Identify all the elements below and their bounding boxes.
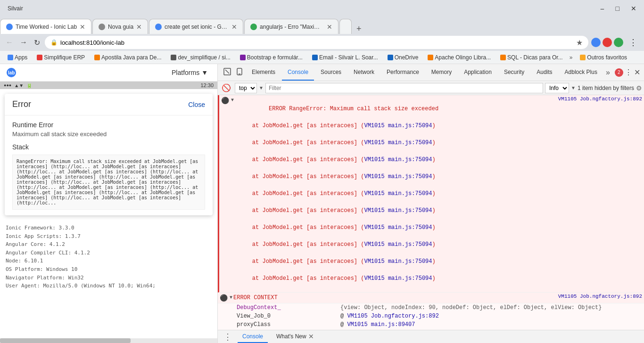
ext-icon-1[interactable] (591, 38, 601, 47)
devtools-device-button[interactable] (234, 66, 245, 79)
tab-close-2[interactable]: ✕ (136, 23, 142, 31)
extension-icons (591, 38, 623, 47)
viewjob-link[interactable]: VM1105 Job.ngfactory.js:892 (347, 313, 438, 319)
bottom-tab-console[interactable]: Console (238, 330, 268, 343)
bookmark-sql[interactable]: SQL - Dicas para Or... (496, 53, 567, 62)
device-info-line-5: Node: 6.10.1 (6, 257, 212, 265)
vm1015-link-4[interactable]: VM1015 main.js:75094 (364, 173, 432, 180)
minimize-button[interactable]: ‒ (596, 3, 608, 14)
stack-content[interactable]: RangeError: Maximum call stack size exce… (12, 155, 205, 210)
maximize-button[interactable]: □ (612, 3, 623, 14)
refresh-button[interactable]: ↻ (32, 37, 42, 48)
console-clear-button[interactable]: 🚫 (220, 82, 233, 93)
bookmark-dev[interactable]: dev_simplifique / si... (167, 53, 234, 62)
tab-5[interactable] (339, 19, 352, 34)
console-context-select[interactable]: top (235, 83, 257, 93)
back-button[interactable]: ← (4, 37, 15, 48)
tab-security[interactable]: Security (498, 64, 530, 81)
tab-memory[interactable]: Memory (426, 64, 457, 81)
devtools-inspect-button[interactable] (222, 66, 233, 79)
vm1015-link-1[interactable]: VM1015 main.js:75094 (364, 122, 432, 129)
more-tabs-button[interactable]: » (604, 68, 612, 77)
tab-close-3[interactable]: ✕ (231, 23, 237, 31)
vm1015-link-5[interactable]: VM1015 main.js:75094 (364, 190, 432, 197)
device-info-line-4: Angular Compiler CLI: 4.1.2 (6, 249, 212, 257)
chrome-menu-button[interactable]: ⋮ (626, 36, 640, 49)
vm1015-link-3[interactable]: VM1015 main.js:75094 (364, 156, 432, 163)
tab-3[interactable]: create get set ionic - Go... ✕ (149, 19, 243, 34)
error-stack-line-4: at JobModel.get [as interacoes] (VM1015 … (235, 173, 436, 180)
tab-2[interactable]: Nova guia ✕ (92, 19, 148, 34)
error-dialog-close-button[interactable]: Close (188, 101, 205, 108)
tab-1[interactable]: Time Worked - Ionic Lab ✕ (0, 19, 91, 34)
devtools-settings-button[interactable]: ⋮ (625, 68, 632, 77)
ext-icon-2[interactable] (603, 38, 612, 47)
error-location-1[interactable]: VM1105 Job.ngfactory.js:892 (554, 96, 642, 102)
tab-close-1[interactable]: ✕ (80, 23, 85, 31)
console-entry-error-context: ⚫ ▼ ERROR CONTEXT VM1105 Job.ngfactory.j… (218, 293, 644, 303)
ext-icon-3[interactable] (614, 38, 623, 47)
bookmark-favicon-simplifique (37, 55, 42, 60)
vm1015-link-10[interactable]: VM1015 main.js:75094 (364, 275, 432, 282)
bookmark-onedrive[interactable]: OneDrive (384, 53, 422, 62)
expand-icon-2[interactable]: ▼ (230, 295, 232, 300)
proxyclass-link[interactable]: VM1015 main.js:89407 (347, 321, 415, 328)
bottom-tab-whatsnew-close[interactable]: ✕ (308, 333, 314, 340)
forward-button[interactable]: → (18, 37, 29, 48)
user-badge: Silvair (4, 4, 27, 13)
ionic-logo-area: lab (6, 67, 17, 78)
tab-console[interactable]: Console (282, 64, 314, 81)
url-bar[interactable]: 🔒 ★ (45, 36, 588, 49)
tab-elements[interactable]: Elements (246, 64, 281, 81)
tab-4[interactable]: angularjs - Erro "Maximu... ✕ (244, 19, 339, 34)
bookmark-apostila[interactable]: Apostila Java para De... (91, 53, 165, 62)
runtime-error-title: Runtime Error (12, 121, 205, 129)
vm1015-link-8[interactable]: VM1015 main.js:75094 (364, 241, 432, 248)
vm1015-link-2[interactable]: VM1015 main.js:75094 (364, 139, 432, 146)
tab-audits[interactable]: Audits (531, 64, 558, 81)
tab-adblock[interactable]: Adblock Plus (559, 64, 603, 81)
bookmark-bootstrap[interactable]: Bootstrap e formulár... (236, 53, 306, 62)
tab-label-2: Nova guia (108, 24, 133, 30)
bookmark-outros[interactable]: Outros favoritos (576, 53, 631, 62)
console-content[interactable]: ⚫ ▼ ERROR RangeError: Maximum call stack… (218, 95, 644, 330)
error-dialog-header: Error Close (5, 94, 213, 115)
devtools-bottom-menu-button[interactable]: ⋮ (222, 330, 234, 343)
context-value-viewjob: @ VM1105 Job.ngfactory.js:892 (340, 313, 642, 319)
error-icon-2: ⚫ (220, 294, 228, 302)
device-info-line-6: OS Platform: Windows 10 (6, 265, 212, 274)
bookmark-apps[interactable]: Apps (4, 53, 31, 62)
bookmark-label-apostila: Apostila Java para De... (101, 54, 161, 61)
bookmark-simplifique[interactable]: Simplifique ERP (33, 53, 89, 62)
tab-close-4[interactable]: ✕ (327, 23, 332, 31)
bookmark-apache[interactable]: Apache Olingo Libra... (424, 53, 495, 62)
bottom-tab-whatsnew-label: What's New (276, 333, 306, 340)
url-input[interactable] (60, 39, 573, 46)
tab-network[interactable]: Network (348, 64, 380, 81)
svg-text:lab: lab (8, 70, 15, 75)
error-location-2[interactable]: VM1105 Job.ngfactory.js:892 (554, 294, 642, 299)
error-dialog-body: Runtime Error Maximum call stack size ex… (5, 115, 213, 143)
tab-sources[interactable]: Sources (315, 64, 347, 81)
bookmark-email[interactable]: Email - Silvair L. Soar... (308, 53, 382, 62)
error-stack-line-9: at JobModel.get [as interacoes] (VM1015 … (235, 258, 436, 265)
expand-icon-1[interactable]: ▼ (231, 98, 234, 103)
platforms-button[interactable]: Platforms ▼ (168, 67, 212, 78)
console-filter-input[interactable] (265, 83, 543, 93)
tab-label-1: Time Worked - Ionic Lab (16, 24, 77, 30)
main-area: lab Platforms ▼ ●●● ▲▼ 🔋 12:30 Error Clo… (0, 64, 644, 343)
devtools-close-button[interactable]: ✕ (634, 68, 640, 77)
ionic-scrollbar-h[interactable] (0, 338, 217, 343)
vm1015-link-9[interactable]: VM1015 main.js:75094 (364, 258, 432, 265)
close-window-button[interactable]: ✕ (627, 3, 640, 14)
tab-application[interactable]: Application (458, 64, 497, 81)
vm1015-link-6[interactable]: VM1015 main.js:75094 (364, 207, 432, 214)
bottom-tab-whatsnew[interactable]: What's New ✕ (272, 330, 319, 343)
console-settings-button[interactable]: ⚙ (636, 84, 642, 92)
tab-performance[interactable]: Performance (381, 64, 425, 81)
bookmark-button[interactable]: ★ (576, 38, 583, 47)
new-tab-button[interactable]: + (353, 24, 365, 34)
bookmark-favicon-apostila (94, 55, 100, 60)
vm1015-link-7[interactable]: VM1015 main.js:75094 (364, 224, 432, 231)
console-level-select[interactable]: Info (545, 83, 569, 93)
